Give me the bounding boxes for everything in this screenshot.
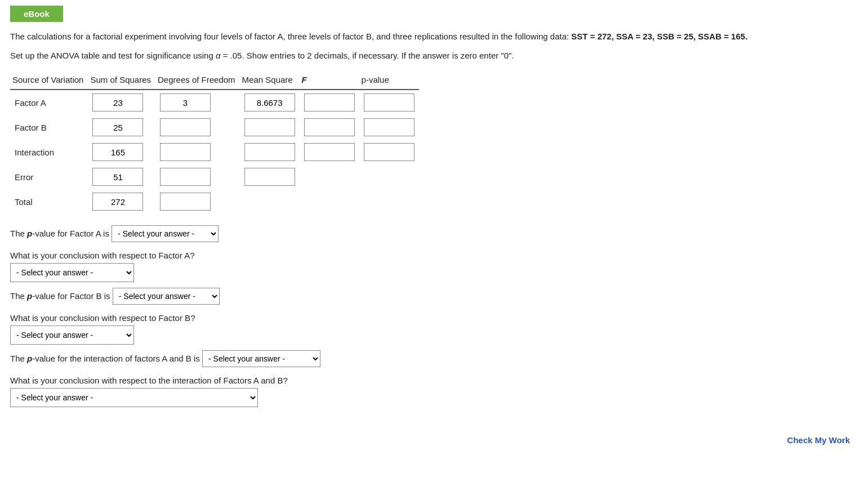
input-factorb-df[interactable]: [160, 118, 211, 136]
input-interaction-df[interactable]: [160, 143, 211, 161]
input-factora-ms[interactable]: [244, 93, 295, 111]
factorb-conclusion-select[interactable]: - Select your answer - Factor B is signi…: [10, 325, 134, 345]
table-row: Total: [10, 189, 419, 214]
input-interaction-pvalue[interactable]: [364, 143, 415, 161]
factora-pvalue-select[interactable]: - Select your answer - less than .01 bet…: [112, 225, 219, 242]
col-header-ms: Mean Square: [240, 73, 300, 90]
input-factora-df[interactable]: [160, 93, 211, 111]
factorb-conclusion-section: What is your conclusion with respect to …: [10, 310, 850, 345]
input-interaction-ss[interactable]: [92, 143, 143, 161]
source-factor-b: Factor B: [10, 115, 88, 140]
table-row: Error: [10, 164, 419, 189]
factorb-pvalue-label: The p-value for Factor B is: [10, 291, 110, 301]
interaction-pvalue-section: The p-value for the interaction of facto…: [10, 350, 850, 367]
interaction-conclusion-label: What is your conclusion with respect to …: [10, 373, 850, 388]
check-work-button[interactable]: Check My Work: [787, 435, 850, 445]
input-interaction-ms[interactable]: [244, 143, 295, 161]
interaction-conclusion-select[interactable]: - Select your answer - The interaction o…: [10, 388, 258, 407]
input-factorb-ss[interactable]: [92, 118, 143, 136]
interaction-pvalue-select[interactable]: - Select your answer - less than .01 bet…: [202, 350, 320, 367]
source-factor-a: Factor A: [10, 90, 88, 115]
col-header-pvalue: p-value: [359, 73, 419, 90]
input-factora-pvalue[interactable]: [364, 93, 415, 111]
input-total-df[interactable]: [160, 193, 211, 211]
anova-table: Source of Variation Sum of Squares Degre…: [10, 73, 419, 214]
factorb-pvalue-section: The p-value for Factor B is - Select you…: [10, 288, 850, 305]
input-factorb-pvalue[interactable]: [364, 118, 415, 136]
interaction-pvalue-label: The p-value for the interaction of facto…: [10, 354, 200, 363]
factorb-conclusion-label: What is your conclusion with respect to …: [10, 310, 850, 325]
input-factora-ss[interactable]: [92, 93, 143, 111]
table-row: Factor A: [10, 90, 419, 115]
interaction-conclusion-section: What is your conclusion with respect to …: [10, 373, 850, 407]
input-total-ss[interactable]: [92, 193, 143, 211]
col-header-df: Degrees of Freedom: [155, 73, 240, 90]
input-error-df[interactable]: [160, 168, 211, 186]
factora-conclusion-section: What is your conclusion with respect to …: [10, 248, 850, 282]
input-interaction-f[interactable]: [304, 143, 355, 161]
table-row: Interaction: [10, 140, 419, 164]
col-header-f: F: [300, 73, 359, 90]
problem-description: The calculations for a factorial experim…: [10, 30, 850, 43]
factora-pvalue-label: The p-value for Factor A is: [10, 229, 109, 238]
col-header-ss: Sum of Squares: [88, 73, 155, 90]
col-header-source: Source of Variation: [10, 73, 88, 90]
input-factorb-f[interactable]: [304, 118, 355, 136]
problem-instruction: Set up the ANOVA table and test for sign…: [10, 49, 850, 63]
source-error: Error: [10, 164, 88, 189]
factora-conclusion-select[interactable]: - Select your answer - Factor A is signi…: [10, 263, 134, 282]
input-factorb-ms[interactable]: [244, 118, 295, 136]
factora-pvalue-section: The p-value for Factor A is - Select you…: [10, 225, 850, 242]
input-error-ss[interactable]: [92, 168, 143, 186]
input-error-ms[interactable]: [244, 168, 295, 186]
factorb-pvalue-select[interactable]: - Select your answer - less than .01 bet…: [113, 288, 220, 305]
input-factora-f[interactable]: [304, 93, 355, 111]
source-interaction: Interaction: [10, 140, 88, 164]
source-total: Total: [10, 189, 88, 214]
factora-conclusion-label: What is your conclusion with respect to …: [10, 248, 850, 263]
table-row: Factor B: [10, 115, 419, 140]
ebook-button[interactable]: eBook: [10, 6, 63, 22]
